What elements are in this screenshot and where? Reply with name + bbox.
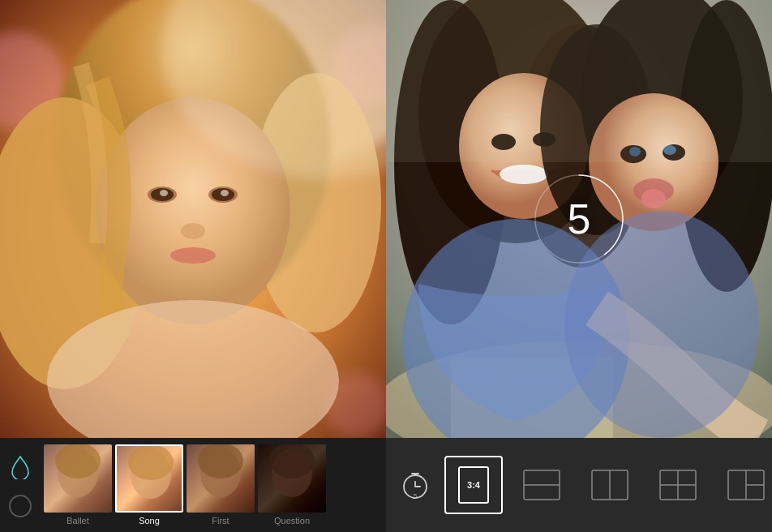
- svg-rect-28: [187, 444, 255, 513]
- filter-label-ballet: Ballet: [66, 516, 89, 526]
- layout-icon-split-v: [589, 464, 631, 506]
- filter-ballet[interactable]: Ballet: [44, 444, 112, 526]
- left-photo-svg: [0, 0, 386, 438]
- filter-thumb-first: [187, 444, 255, 513]
- right-photo: 5: [386, 0, 772, 438]
- layout-split-v[interactable]: [581, 456, 639, 514]
- svg-rect-31: [258, 444, 326, 513]
- filter-song[interactable]: Song: [115, 444, 183, 526]
- left-panel: Ballet Song: [0, 0, 386, 532]
- layout-icon-quad: [657, 464, 699, 506]
- filter-label-question: Question: [274, 516, 310, 526]
- filter-label-song: Song: [139, 516, 160, 526]
- filter-thumb-song: [115, 444, 183, 513]
- layout-icon-triple: [725, 464, 767, 506]
- app-container: Ballet Song: [0, 0, 772, 532]
- svg-rect-22: [44, 444, 112, 513]
- layout-quad[interactable]: [649, 456, 707, 514]
- svg-text:3:4: 3:4: [467, 480, 481, 490]
- left-bottom-bar: Ballet Song: [0, 438, 386, 532]
- left-photo: [0, 0, 386, 438]
- svg-text:5: 5: [414, 492, 418, 500]
- filter-first[interactable]: First: [187, 444, 255, 526]
- filter-label-first: First: [212, 516, 229, 526]
- circle-icon[interactable]: [9, 495, 32, 517]
- timer-icon-svg: 5: [399, 469, 431, 501]
- svg-rect-25: [117, 446, 183, 513]
- layout-options: 3:4: [444, 456, 772, 514]
- layout-ratio-3-4[interactable]: 3:4: [444, 456, 503, 514]
- layout-triple[interactable]: [717, 456, 772, 514]
- filter-thumb-ballet: [44, 444, 112, 513]
- filter-thumb-question: [258, 444, 326, 513]
- layout-split-h[interactable]: [513, 456, 571, 514]
- timer-button[interactable]: 5: [399, 466, 431, 504]
- right-bottom-bar: 5 3:4: [386, 438, 772, 532]
- filter-strip: Ballet Song: [41, 438, 329, 532]
- countdown-overlay: 5: [530, 170, 628, 268]
- svg-rect-56: [386, 0, 772, 162]
- filter-question[interactable]: Question: [258, 444, 326, 526]
- layout-icon-split-h: [521, 464, 563, 506]
- drop-icon[interactable]: [9, 453, 32, 482]
- countdown-number: 5: [568, 195, 591, 243]
- svg-point-50: [641, 189, 666, 208]
- right-panel: 5 5 3:4: [386, 0, 772, 532]
- left-icons: [0, 438, 41, 532]
- layout-icon-ratio: 3:4: [452, 464, 495, 506]
